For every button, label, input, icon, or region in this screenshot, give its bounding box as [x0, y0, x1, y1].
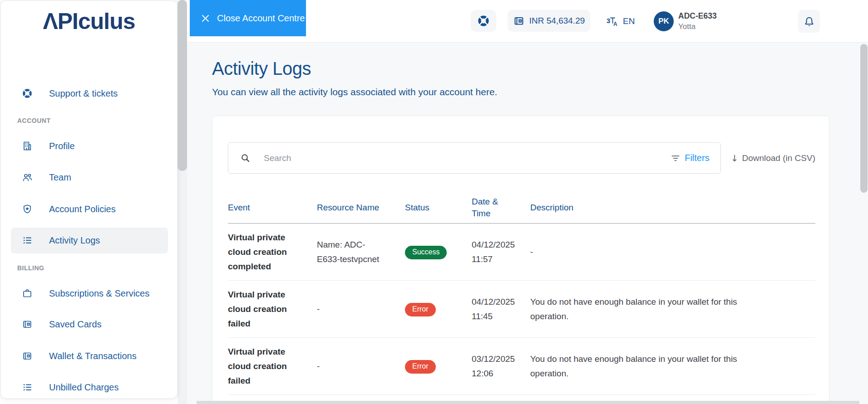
cell-resource: -	[317, 359, 405, 374]
activity-logs-card: Filters ↓ Download (in CSV) Event Resour…	[212, 116, 829, 404]
sidebar-item-label: Profile	[49, 141, 75, 151]
search-icon	[240, 153, 251, 164]
list-icon	[22, 382, 33, 393]
sidebar-item-team[interactable]: Team	[15, 166, 165, 188]
sidebar-section-account: ACCOUNT	[17, 117, 51, 124]
cell-resource: -	[317, 302, 405, 316]
notifications-button[interactable]	[798, 10, 820, 33]
column-header-status: Status	[405, 202, 472, 214]
sidebar-item-label: Unbilled Charges	[49, 382, 118, 393]
sidebar-scrollbar-thumb[interactable]	[178, 0, 187, 171]
close-button-label: Close Account Centre	[217, 13, 305, 24]
sidebar-item-support-tickets[interactable]: Support & tickets	[15, 83, 165, 104]
list-icon	[22, 235, 33, 246]
cell-resource: Name: ADC-E633-testvpcnet	[317, 238, 405, 267]
lifebuoy-icon	[22, 88, 33, 99]
cell-status: Error	[405, 359, 472, 374]
cell-event: Virtual private cloud creation completed	[228, 230, 317, 274]
search-input[interactable]	[264, 153, 671, 163]
wallet-balance: INR 54,634.29	[529, 16, 585, 26]
bell-icon	[803, 15, 815, 28]
page-subtitle: You can view all the activity logs assoc…	[212, 87, 497, 97]
account-id: ADC-E633	[678, 11, 717, 21]
svg-text:3: 3	[607, 17, 610, 24]
wallet-balance-button[interactable]: INR 54,634.29	[508, 10, 590, 32]
page-title: Activity Logs	[212, 58, 311, 79]
table-header-row: Event Resource Name Status Date & Time D…	[228, 192, 815, 224]
status-badge: Error	[405, 303, 436, 316]
sidebar-item-saved-cards[interactable]: Saved Cards	[15, 313, 165, 335]
translate-icon: 3 A	[607, 16, 619, 27]
sidebar-item-label: Subscriptions & Services	[49, 288, 149, 299]
help-button[interactable]	[471, 10, 496, 32]
table-row: Virtual private cloud creation failed - …	[228, 281, 815, 338]
filters-label: Filters	[685, 153, 709, 163]
wallet-icon	[513, 15, 525, 27]
lifebuoy-icon	[477, 15, 490, 27]
horizontal-scrollbar[interactable]	[197, 401, 859, 404]
sidebar-item-label: Activity Logs	[49, 235, 100, 246]
status-badge: Error	[405, 360, 436, 374]
avatar[interactable]: PK	[654, 11, 674, 31]
wallet-icon	[22, 350, 33, 361]
table-row: Virtual private cloud creation completed…	[228, 224, 815, 281]
cell-status: Error	[405, 302, 472, 316]
column-header-description: Description	[530, 202, 815, 214]
status-badge: Success	[405, 246, 447, 259]
cell-date-time: 04/12/202511:45	[472, 295, 530, 324]
sidebar-item-profile[interactable]: Profile	[15, 135, 165, 157]
close-icon	[201, 14, 210, 23]
language-selector[interactable]: 3 A EN	[607, 12, 635, 30]
filter-icon	[671, 154, 680, 162]
cell-description: -	[530, 245, 815, 259]
toolbar: Filters ↓ Download (in CSV)	[228, 142, 815, 174]
topbar: Close Account Centre INR 54,634.29	[187, 0, 868, 43]
filters-button[interactable]: Filters	[671, 153, 709, 163]
sidebar-item-label: Support & tickets	[49, 88, 118, 99]
svg-text:A: A	[613, 21, 617, 27]
table-row: Virtual private cloud creation failed - …	[228, 338, 815, 395]
main-content: Activity Logs You can view all the activ…	[187, 43, 868, 404]
column-header-resource: Resource Name	[317, 202, 405, 214]
sidebar-item-unbilled-charges[interactable]: Unbilled Charges	[15, 376, 165, 398]
close-account-centre-button[interactable]: Close Account Centre	[190, 0, 306, 36]
cell-description: You do not have enough balance in your w…	[530, 352, 815, 381]
sidebar-item-activity-logs[interactable]: Activity Logs	[15, 229, 165, 251]
sidebar-section-billing: BILLING	[17, 264, 44, 272]
apiculus-logo: ΛPIculus	[1, 8, 177, 34]
cell-date-time: 03/12/202512:06	[472, 352, 530, 381]
download-csv-button[interactable]: ↓ Download (in CSV)	[731, 153, 815, 164]
column-header-event: Event	[228, 202, 317, 214]
sidebar-item-wallet-transactions[interactable]: Wallet & Transactions	[15, 345, 165, 367]
sidebar-item-label: Account Policies	[49, 204, 116, 214]
avatar-initials: PK	[658, 17, 669, 26]
search-box[interactable]: Filters	[228, 142, 721, 174]
cell-status: Success	[405, 244, 472, 259]
download-icon: ↓	[731, 153, 739, 164]
wallet-icon	[22, 319, 33, 330]
sidebar-item-label: Saved Cards	[49, 319, 102, 330]
sidebar-item-account-policies[interactable]: Account Policies	[15, 198, 165, 220]
main-scrollbar-thumb[interactable]	[860, 44, 868, 193]
cell-event: Virtual private cloud creation failed	[228, 345, 317, 388]
people-icon	[22, 172, 33, 183]
account-org: Yotta	[678, 22, 695, 31]
download-label: Download (in CSV)	[742, 153, 815, 163]
sidebar-item-subscriptions-services[interactable]: Subscriptions & Services	[15, 282, 165, 304]
sidebar-item-label: Team	[49, 172, 71, 183]
column-header-date-time: Date & Time	[472, 196, 505, 219]
briefcase-icon	[22, 288, 33, 299]
sidebar: ΛPIculus Support & tickets ACCOUNT	[1, 1, 177, 398]
sidebar-item-label: Wallet & Transactions	[49, 351, 137, 361]
language-code: EN	[623, 16, 635, 26]
cell-description: You do not have enough balance in your w…	[530, 295, 815, 324]
shield-star-icon	[22, 204, 33, 214]
cell-date-time: 04/12/202511:57	[472, 238, 530, 267]
cell-event: Virtual private cloud creation failed	[228, 287, 317, 331]
building-icon	[22, 141, 33, 151]
